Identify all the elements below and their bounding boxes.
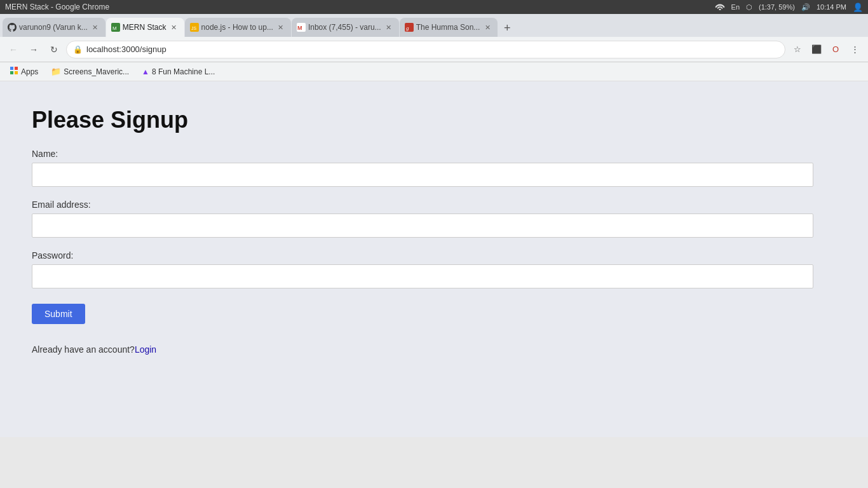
address-input-wrap[interactable]: 🔒 [66,41,785,58]
bookmark-triangle-icon: ▲ [142,67,149,76]
tab-close-nodejs[interactable]: ✕ [276,22,286,32]
title-bar: MERN Stack - Google Chrome En ⬡ (1:37, 5… [0,0,868,14]
back-button[interactable]: ← [5,41,22,58]
browser-frame: varunon9 (Varun k... ✕ M MERN Stack ✕ JS… [0,14,868,81]
tab-close-humma[interactable]: ✕ [482,22,492,32]
lang-indicator: En [731,3,740,11]
svg-text:JS: JS [191,26,197,30]
name-label: Name: [32,149,813,159]
name-field-group: Name: [32,149,813,187]
page-title: Please Signup [32,107,813,133]
bookmark-machine[interactable]: ▲ 8 Fun Machine L... [137,66,220,78]
login-prompt-text: Already have an account? [32,344,135,355]
submit-button[interactable]: Submit [32,304,85,324]
tab-close-inbox[interactable]: ✕ [384,22,394,32]
tab-humma[interactable]: g The Humma Son... ✕ [400,18,498,37]
tab-label-nodejs: node.js - How to up... [201,23,273,32]
address-bar: ← → ↻ 🔒 ☆ ⬛ O ⋮ [0,37,868,62]
password-label: Password: [32,250,813,261]
clock: 10:14 PM [817,3,846,11]
bookmark-screens[interactable]: 📁 Screens_Maveric... [46,65,134,78]
forward-button[interactable]: → [25,41,42,58]
menu-button[interactable]: ⋮ [846,41,863,58]
svg-rect-8 [10,67,13,70]
svg-text:M: M [297,25,302,31]
new-tab-button[interactable]: + [498,19,516,37]
tab-label-inbox: Inbox (7,455) - varu... [308,23,381,32]
apps-grid-icon [10,67,18,77]
address-right-icons: ☆ ⬛ O ⋮ [789,41,863,58]
bookmark-apps[interactable]: Apps [5,65,43,78]
battery-info: (1:37, 59%) [759,3,795,11]
tab-label-mern: MERN Stack [123,23,166,32]
tab-favicon-gh [8,23,17,32]
svg-rect-9 [15,67,18,70]
bookmark-folder-icon: 📁 [51,67,61,76]
login-link-row: Already have an account?Login [32,344,813,355]
tab-inbox[interactable]: M Inbox (7,455) - varu... ✕ [292,18,399,37]
bookmark-screens-label: Screens_Maveric... [64,67,129,76]
bookmark-star-button[interactable]: ☆ [789,41,806,58]
svg-rect-11 [15,71,18,74]
svg-text:M: M [112,25,117,31]
page-content: Please Signup Name: Email address: Passw… [0,81,868,437]
bookmarks-bar: Apps 📁 Screens_Maveric... ▲ 8 Fun Machin… [0,62,868,81]
tab-varunon[interactable]: varunon9 (Varun k... ✕ [3,18,105,37]
wifi-icon [715,3,725,11]
email-field-group: Email address: [32,200,813,238]
email-input[interactable] [32,214,813,238]
password-field-group: Password: [32,250,813,288]
login-link[interactable]: Login [135,344,156,355]
email-label: Email address: [32,200,813,210]
password-input[interactable] [32,264,813,288]
svg-rect-10 [10,71,13,74]
svg-text:g: g [406,25,409,31]
tab-favicon-mern: M [111,23,120,32]
signup-container: Please Signup Name: Email address: Passw… [19,107,826,355]
reload-button[interactable]: ↻ [46,41,62,58]
name-input[interactable] [32,163,813,187]
bookmark-machine-label: 8 Fun Machine L... [152,67,215,76]
address-input[interactable] [86,44,778,54]
tab-nodejs[interactable]: JS node.js - How to up... ✕ [185,18,291,37]
extension-button[interactable]: ⬛ [808,41,825,58]
bluetooth-icon: ⬡ [746,3,752,11]
tab-label-varunon: varunon9 (Varun k... [19,23,88,32]
volume-icon: 🔊 [801,3,810,11]
tab-favicon-humma: g [405,23,414,32]
tab-mern[interactable]: M MERN Stack ✕ [106,18,184,37]
profile-icon[interactable]: 👤 [853,3,863,12]
tab-close-mern[interactable]: ✕ [169,22,179,32]
tab-favicon-inbox: M [297,23,306,32]
tab-bar: varunon9 (Varun k... ✕ M MERN Stack ✕ JS… [0,14,868,37]
tab-favicon-nodejs: JS [190,23,199,32]
tab-label-humma: The Humma Son... [416,23,480,32]
opera-button[interactable]: O [827,41,844,58]
bookmark-apps-label: Apps [21,67,38,76]
lock-icon: 🔒 [73,45,83,54]
tab-close-varunon[interactable]: ✕ [90,22,100,32]
window-title: MERN Stack - Google Chrome [5,3,109,11]
